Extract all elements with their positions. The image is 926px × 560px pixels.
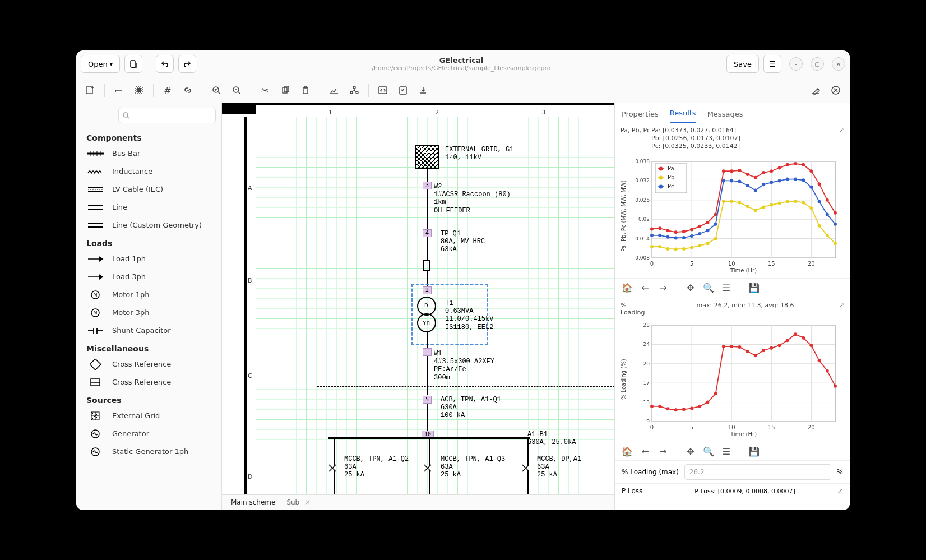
comp-motor-3ph[interactable]: MMotor 3ph <box>76 304 221 322</box>
network-icon[interactable] <box>346 82 363 99</box>
chart2-header: max: 26.2, min: 11.3, avg: 18.6 <box>651 302 839 316</box>
config-icon[interactable]: ☰ <box>719 280 734 295</box>
close-button[interactable]: ✕ <box>832 57 845 71</box>
svg-point-136 <box>809 186 813 189</box>
comp-line-custom[interactable]: Line (Custom Geometry) <box>76 216 221 234</box>
comp-load-1ph[interactable]: Load 1ph <box>76 250 221 268</box>
redo-button[interactable] <box>178 55 196 73</box>
comp-motor-1ph[interactable]: MMotor 1ph <box>76 286 221 304</box>
home-icon[interactable]: 🏠 <box>619 280 635 295</box>
titlebar: Open ▾ GElectrical /home/eee/Projects/GE… <box>76 50 850 78</box>
new-doc-button[interactable] <box>124 55 142 73</box>
save-chart-icon[interactable]: 💾 <box>746 280 762 295</box>
erase-icon[interactable] <box>807 82 824 99</box>
analyze-icon[interactable] <box>326 82 342 99</box>
svg-point-93 <box>658 245 661 248</box>
select-icon[interactable] <box>131 82 147 99</box>
svg-point-132 <box>777 179 781 183</box>
comp-line[interactable]: Line <box>76 198 221 216</box>
config-icon[interactable]: ☰ <box>719 443 734 459</box>
node-2[interactable]: 2 <box>423 286 432 294</box>
expand-chart1-icon[interactable]: ⤢ <box>839 127 844 151</box>
code-icon[interactable] <box>374 82 391 99</box>
svg-point-78 <box>730 170 733 173</box>
tab-results[interactable]: Results <box>670 109 696 123</box>
hash-icon[interactable]: # <box>159 82 176 99</box>
svg-point-92 <box>650 245 654 248</box>
menu-button[interactable]: ☰ <box>763 55 781 73</box>
tab-main-scheme[interactable]: Main scheme <box>231 498 275 506</box>
comp-bus-bar[interactable]: Bus Bar <box>76 145 221 163</box>
svg-point-75 <box>706 221 710 224</box>
svg-point-134 <box>794 178 797 181</box>
expand-chart2-icon[interactable]: ⤢ <box>839 302 844 316</box>
comp-generator[interactable]: Generator <box>76 425 221 443</box>
clear-icon[interactable] <box>827 82 844 99</box>
svg-point-128 <box>746 184 749 187</box>
schematic-canvas[interactable]: 1 2 3 A B C D EXTERNAL GRID, G1 1∠0, 11k… <box>222 103 614 510</box>
node-5[interactable]: 5 <box>423 396 432 404</box>
acb-label: ACB, TPN, A1-Q1 630A 100 kA <box>441 396 501 420</box>
home-icon[interactable]: 🏠 <box>619 443 635 459</box>
zoom-icon[interactable]: 🔍 <box>701 443 716 459</box>
svg-point-116 <box>650 234 654 237</box>
open-button[interactable]: Open ▾ <box>81 55 120 73</box>
svg-point-98 <box>698 244 701 248</box>
minimize-button[interactable]: – <box>789 57 803 71</box>
forward-icon[interactable]: → <box>655 280 671 295</box>
undo-button[interactable] <box>156 55 174 73</box>
comp-load-3ph[interactable]: Load 3ph <box>76 268 221 286</box>
w1-label: W1 4#3.5x300 A2XFY PE:Ar/Fe 300m <box>434 350 494 382</box>
download-icon[interactable] <box>415 82 432 99</box>
svg-point-117 <box>658 234 661 237</box>
svg-point-127 <box>738 180 741 183</box>
comp-inductance[interactable]: Inductance <box>76 163 221 181</box>
save-button[interactable]: Save <box>726 55 759 73</box>
back-icon[interactable]: ← <box>637 280 653 295</box>
paste-icon[interactable] <box>297 82 314 99</box>
zoom-in-icon[interactable] <box>208 82 225 99</box>
svg-point-80 <box>746 173 749 176</box>
search-input[interactable] <box>118 108 216 123</box>
tab-properties[interactable]: Properties <box>622 110 659 123</box>
w1-node[interactable] <box>423 348 432 356</box>
svg-point-188 <box>762 349 765 353</box>
svg-text:0.008: 0.008 <box>635 255 650 261</box>
add-sheet-icon[interactable] <box>82 82 99 99</box>
comp-shunt-cap[interactable]: Shunt Capacitor <box>76 322 221 340</box>
zoom-icon[interactable]: 🔍 <box>701 280 716 295</box>
back-icon[interactable]: ← <box>637 443 653 459</box>
pan-icon[interactable]: ✥ <box>683 280 698 295</box>
wire-icon[interactable] <box>110 82 127 99</box>
maximize-button[interactable]: ▢ <box>811 57 824 71</box>
node-4[interactable]: 4 <box>423 229 432 237</box>
ploss-label: P Loss <box>622 487 652 495</box>
zoom-out-icon[interactable] <box>228 82 245 99</box>
link-icon[interactable] <box>179 82 196 99</box>
pan-icon[interactable]: ✥ <box>683 443 698 459</box>
svg-point-137 <box>818 200 821 203</box>
tab-messages[interactable]: Messages <box>707 110 743 123</box>
svg-text:0.026: 0.026 <box>635 197 650 203</box>
save-chart-icon[interactable]: 💾 <box>746 443 762 459</box>
comp-crossref-1[interactable]: Cross Reference <box>76 355 221 373</box>
forward-icon[interactable]: → <box>655 443 671 459</box>
svg-point-102 <box>730 200 733 203</box>
results-panel: Properties Results Messages Pa, Pb, Pc P… <box>614 103 850 510</box>
node-3[interactable]: 3 <box>423 182 432 189</box>
comp-lv-cable[interactable]: LV Cable (IEC) <box>76 181 221 198</box>
copy-icon[interactable] <box>277 82 294 99</box>
tab-sub[interactable]: Sub × <box>286 498 311 506</box>
expand-ploss-icon[interactable]: ⤢ <box>837 487 843 495</box>
checklist-icon[interactable] <box>395 82 411 99</box>
ext-grid-symbol[interactable] <box>415 145 439 169</box>
comp-static-gen[interactable]: Static Generator 1ph <box>76 443 221 461</box>
cut-icon[interactable]: ✂ <box>257 82 274 99</box>
svg-point-195 <box>818 359 821 363</box>
comp-crossref-2[interactable]: Cross Reference <box>76 373 221 391</box>
comp-ext-grid[interactable]: External Grid <box>76 407 221 425</box>
chart2[interactable]: 0510152091317202428Time (Hr) <box>627 321 840 438</box>
fuse-symbol[interactable] <box>423 260 430 271</box>
loading-max-input[interactable] <box>684 464 831 480</box>
chart1[interactable]: 051015200.0080.0140.020.0260.0320.038Tim… <box>627 157 840 275</box>
